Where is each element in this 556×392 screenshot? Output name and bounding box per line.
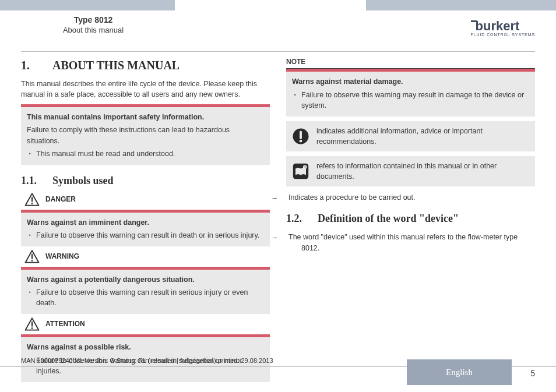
info-row-additional: indicates additional information, advice… <box>286 121 535 151</box>
attention-box-title: Warns against a possible risk. <box>27 342 264 352</box>
svg-point-2 <box>31 203 33 204</box>
note-label: NOTE <box>286 57 535 67</box>
tab-segment-right <box>366 0 556 10</box>
note-box: Warns against material damage. Failure t… <box>286 69 535 116</box>
top-tab-bar <box>0 0 556 10</box>
header-subtitle: About this manual <box>17 26 169 34</box>
page-footer: MAN 1000079240 ML Version: G Status: RL … <box>0 363 556 382</box>
section-title: ABOUT THIS MANUAL <box>52 59 180 72</box>
arrow-definition-text: The word "device" used within this manua… <box>288 233 518 252</box>
subsection-heading-11: 1.1.Symbols used <box>21 173 270 188</box>
note-box-title: Warns against material damage. <box>292 76 529 87</box>
danger-box-title: Warns against an imminent danger. <box>27 217 264 228</box>
tab-segment-left <box>0 0 175 10</box>
subsection-number: 1.2. <box>286 211 318 226</box>
note-box-bullet: Failure to observe this warning may resu… <box>294 90 529 111</box>
section-heading-1: 1.ABOUT THIS MANUAL <box>21 57 270 74</box>
svg-point-11 <box>300 140 302 143</box>
safety-box-bullet: This manual must be read and understood. <box>29 149 264 159</box>
safety-box-title: This manual contains important safety in… <box>27 112 264 122</box>
content-area: 1.ABOUT THIS MANUAL This manual describe… <box>21 57 535 358</box>
left-column: 1.ABOUT THIS MANUAL This manual describe… <box>21 57 270 358</box>
brand-logo: burkert <box>471 19 535 34</box>
footer-language-badge: English <box>407 359 512 385</box>
footer-page-number: 5 <box>530 369 535 378</box>
brand-name: burkert <box>476 19 520 33</box>
page-header: Type 8012 About this manual burkert FLUI… <box>0 10 556 51</box>
attention-label-row: ATTENTION <box>24 317 270 331</box>
svg-text:i: i <box>305 165 305 168</box>
header-title-block: Type 8012 About this manual <box>17 15 169 34</box>
section-number: 1. <box>21 57 52 74</box>
warning-box: Warns against a potentially dangerous si… <box>21 267 270 314</box>
info-text-additional: indicates additional information, advice… <box>316 126 529 147</box>
info-row-reference: i refers to information contained in thi… <box>286 156 535 186</box>
warning-box-bullet: Failure to observe this warning can resu… <box>29 287 264 308</box>
danger-label-row: DANGER <box>24 193 270 206</box>
arrow-procedure-text: Indicates a procedure to be carried out. <box>288 193 416 202</box>
brand-logo-block: burkert FLUID CONTROL SYSTEMS <box>471 19 535 37</box>
danger-label: DANGER <box>45 195 76 204</box>
warning-label-row: WARNING <box>24 250 270 263</box>
subsection-title: Definition of the word "device" <box>318 213 459 224</box>
svg-point-8 <box>31 328 33 330</box>
exclamation-circle-icon <box>292 128 309 145</box>
danger-box-bullet: Failure to observe this warning can resu… <box>29 230 264 241</box>
arrow-definition-line: →The word "device" used within this manu… <box>286 232 535 253</box>
book-info-icon: i <box>292 163 309 180</box>
subsection-heading-12: 1.2.Definition of the word "device" <box>286 211 535 226</box>
safety-info-box: This manual contains important safety in… <box>21 104 270 165</box>
info-text-reference: refers to information contained in this … <box>316 161 529 182</box>
header-type: Type 8012 <box>17 15 169 24</box>
subsection-number: 1.1. <box>21 173 52 188</box>
svg-point-5 <box>31 260 33 262</box>
attention-label: ATTENTION <box>45 319 85 329</box>
warning-label: WARNING <box>45 252 79 262</box>
warning-triangle-icon <box>24 250 40 263</box>
right-column: NOTE Warns against material damage. Fail… <box>286 57 535 358</box>
subsection-title: Symbols used <box>52 175 114 186</box>
danger-box: Warns against an imminent danger. Failur… <box>21 210 270 246</box>
warning-triangle-icon <box>24 317 40 331</box>
warning-box-title: Warns against a potentially dangerous si… <box>27 274 264 285</box>
header-rule <box>21 51 535 52</box>
arrow-procedure-line: →Indicates a procedure to be carried out… <box>286 192 535 203</box>
safety-box-line: Failure to comply with these instruction… <box>27 125 264 146</box>
warning-triangle-icon <box>24 193 40 206</box>
footer-metadata: MAN 1000079240 ML Version: G Status: RL … <box>21 357 273 364</box>
intro-paragraph: This manual describes the entire life cy… <box>21 79 270 100</box>
